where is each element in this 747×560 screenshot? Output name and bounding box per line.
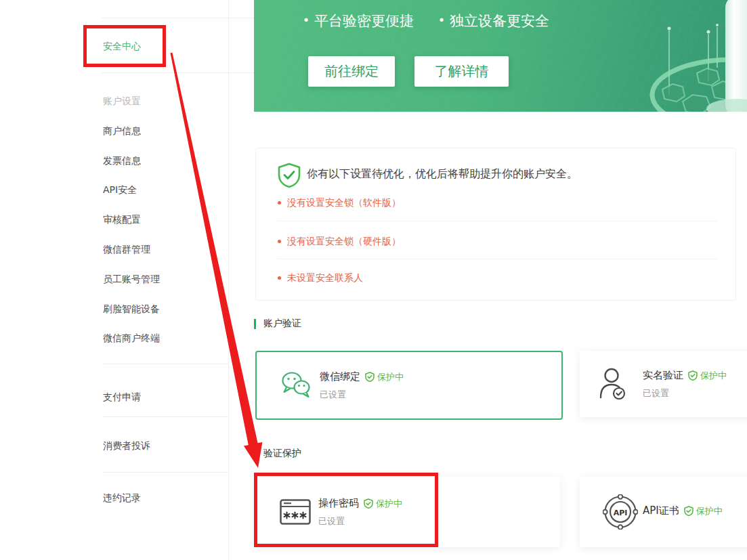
- svg-text:API: API: [614, 509, 628, 517]
- sidebar-divider: [102, 72, 254, 73]
- shield-badge-icon: [365, 372, 375, 382]
- sidebar-item-audit-config[interactable]: 审核配置: [103, 213, 141, 225]
- shield-badge-icon: [364, 498, 373, 509]
- banner-slogan: •平台验密更便捷: [303, 12, 414, 31]
- sidebar-divider: [102, 18, 254, 18]
- sidebar-item-merchant-info[interactable]: 商户信息: [103, 125, 141, 137]
- protection-badge: 保护中: [365, 371, 404, 383]
- card-status: 已设置: [320, 389, 346, 401]
- sidebar-item-face-devices[interactable]: 刷脸智能设备: [103, 303, 160, 315]
- section-bar: [254, 319, 256, 329]
- section-bar: [254, 449, 256, 459]
- realname-person-icon: [598, 367, 626, 400]
- go-bind-button[interactable]: 前往绑定: [308, 56, 395, 87]
- shield-badge-icon: [684, 506, 693, 516]
- sidebar-item-wechat-group[interactable]: 微信群管理: [103, 243, 150, 255]
- card-status: 已设置: [318, 515, 345, 527]
- card-title: 实名验证: [643, 369, 683, 382]
- sidebar-item-violation-records[interactable]: 违约记录: [103, 492, 141, 504]
- sidebar-item-payment-apply[interactable]: 支付申请: [103, 391, 141, 403]
- sidebar-item-invoice-info[interactable]: 发票信息: [103, 154, 141, 167]
- card-realname-verify[interactable]: 实名验证 保护中 已设置: [580, 351, 747, 417]
- banner-hexagon-illustration: [544, 0, 747, 112]
- card-wechat-bind[interactable]: 微信绑定 保护中 已设置: [255, 351, 563, 420]
- bullet-dot: •: [438, 11, 445, 30]
- password-window-icon: [280, 499, 311, 525]
- security-center-page: 安全中心 账户设置 商户信息 发票信息 API安全 审核配置 微信群管理 员工账…: [0, 0, 747, 560]
- warning-bullet-dot: [278, 276, 281, 280]
- shield-badge-icon: [688, 370, 698, 381]
- notice-message: 你有以下设置待优化，优化后将帮助提升你的账户安全。: [307, 167, 578, 181]
- card-title: 微信绑定: [320, 370, 360, 383]
- card-status: 已设置: [643, 387, 669, 400]
- warning-bullet-dot: [278, 240, 281, 243]
- banner-slogan: •独立设备更安全: [438, 12, 549, 31]
- warning-item[interactable]: 没有设置安全锁（软件版）: [278, 196, 401, 209]
- sidebar-divider: [103, 364, 228, 364]
- notice-divider: [278, 259, 718, 259]
- security-notice-card: 你有以下设置待优化，优化后将帮助提升你的账户安全。 没有设置安全锁（软件版） 没…: [255, 148, 736, 301]
- card-title: 操作密码: [318, 497, 359, 510]
- sidebar-item-merchant-terminal[interactable]: 微信商户终端: [103, 332, 160, 344]
- warning-item[interactable]: 没有设置安全锁（硬件版）: [278, 235, 401, 247]
- sidebar-item-consumer-complaints[interactable]: 消费者投诉: [103, 439, 150, 452]
- card-api-certificate[interactable]: API API证书 保护中: [580, 477, 747, 547]
- promo-banner: •平台验密更便捷 •独立设备更安全 前往绑定 了解详情: [254, 0, 747, 112]
- warning-bullet-dot: [278, 201, 281, 204]
- learn-more-button[interactable]: 了解详情: [414, 56, 509, 87]
- section-title-account-verification: 账户验证: [254, 318, 301, 330]
- sidebar-divider: [103, 416, 228, 417]
- sidebar-item-api-security[interactable]: API安全: [103, 184, 137, 196]
- bullet-dot: •: [303, 11, 310, 30]
- sidebar-item-account-settings[interactable]: 账户设置: [103, 95, 141, 107]
- sidebar-item-security-center[interactable]: 安全中心: [103, 40, 141, 52]
- section-title-verification-protection: 验证保护: [254, 448, 301, 460]
- sidebar-divider: [103, 472, 228, 473]
- api-cert-icon: API: [603, 494, 638, 530]
- warning-item[interactable]: 未设置安全联系人: [278, 272, 363, 284]
- banner-slogans: •平台验密更便捷 •独立设备更安全: [303, 12, 549, 31]
- sidebar-right-border: [228, 0, 229, 560]
- shield-check-icon: [277, 163, 301, 188]
- card-operation-password[interactable]: 操作密码 保护中 已设置: [255, 477, 560, 547]
- protection-badge: 保护中: [684, 505, 723, 517]
- card-title: API证书: [643, 504, 679, 517]
- sidebar-item-staff-accounts[interactable]: 员工账号管理: [103, 273, 160, 285]
- protection-badge: 保护中: [688, 370, 727, 382]
- wechat-icon: [280, 370, 312, 399]
- notice-divider: [278, 221, 718, 221]
- protection-badge: 保护中: [364, 498, 402, 510]
